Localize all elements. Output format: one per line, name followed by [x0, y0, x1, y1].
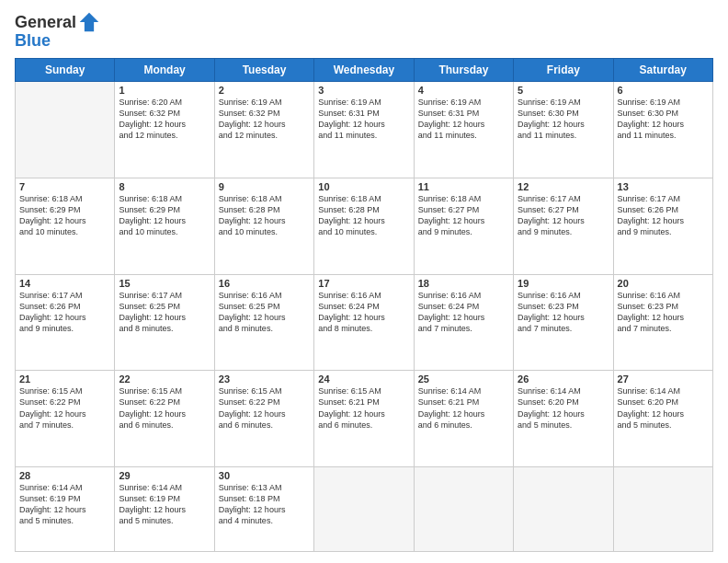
day-number: 12	[518, 181, 609, 192]
calendar-cell: 25Sunrise: 6:14 AM Sunset: 6:21 PM Dayli…	[414, 371, 513, 467]
day-number: 26	[518, 373, 609, 385]
day-number: 4	[418, 85, 509, 96]
calendar-cell: 20Sunrise: 6:16 AM Sunset: 6:23 PM Dayli…	[613, 274, 712, 371]
logo-icon	[78, 11, 100, 33]
day-number: 17	[318, 278, 409, 289]
calendar-cell: 12Sunrise: 6:17 AM Sunset: 6:27 PM Dayli…	[514, 178, 613, 274]
calendar-cell	[314, 467, 414, 552]
day-info: Sunrise: 6:14 AM Sunset: 6:20 PM Dayligh…	[518, 385, 609, 431]
calendar-cell: 9Sunrise: 6:18 AM Sunset: 6:28 PM Daylig…	[214, 178, 313, 274]
day-number: 24	[318, 373, 409, 385]
day-info: Sunrise: 6:19 AM Sunset: 6:30 PM Dayligh…	[618, 97, 709, 142]
calendar-cell: 28Sunrise: 6:14 AM Sunset: 6:19 PM Dayli…	[16, 467, 115, 552]
day-info: Sunrise: 6:14 AM Sunset: 6:21 PM Dayligh…	[418, 385, 509, 431]
week-row-4: 21Sunrise: 6:15 AM Sunset: 6:22 PM Dayli…	[16, 371, 713, 467]
day-number: 15	[119, 278, 210, 289]
week-row-1: 1Sunrise: 6:20 AM Sunset: 6:32 PM Daylig…	[16, 82, 713, 178]
calendar-cell: 7Sunrise: 6:18 AM Sunset: 6:29 PM Daylig…	[16, 178, 115, 274]
day-number: 23	[219, 373, 310, 385]
day-number: 16	[219, 278, 310, 289]
week-row-2: 7Sunrise: 6:18 AM Sunset: 6:29 PM Daylig…	[16, 178, 713, 274]
day-number: 1	[119, 85, 210, 96]
day-number: 29	[119, 470, 210, 481]
svg-marker-0	[80, 13, 99, 32]
day-info: Sunrise: 6:19 AM Sunset: 6:30 PM Dayligh…	[518, 97, 609, 142]
logo: General Blue	[15, 11, 100, 51]
day-number: 25	[418, 373, 509, 385]
day-info: Sunrise: 6:17 AM Sunset: 6:26 PM Dayligh…	[19, 290, 110, 335]
day-number: 21	[19, 373, 110, 385]
calendar-cell	[514, 467, 613, 552]
day-number: 18	[418, 278, 509, 289]
day-info: Sunrise: 6:15 AM Sunset: 6:22 PM Dayligh…	[119, 385, 210, 431]
weekday-header-sunday: Sunday	[16, 59, 115, 82]
day-info: Sunrise: 6:19 AM Sunset: 6:32 PM Dayligh…	[219, 97, 310, 142]
calendar-cell: 1Sunrise: 6:20 AM Sunset: 6:32 PM Daylig…	[115, 82, 214, 178]
weekday-header-thursday: Thursday	[414, 59, 513, 82]
day-info: Sunrise: 6:18 AM Sunset: 6:29 PM Dayligh…	[119, 193, 210, 238]
day-number: 22	[119, 373, 210, 385]
day-number: 13	[618, 181, 709, 192]
weekday-header-wednesday: Wednesday	[314, 59, 414, 82]
day-info: Sunrise: 6:20 AM Sunset: 6:32 PM Dayligh…	[119, 97, 210, 142]
day-info: Sunrise: 6:16 AM Sunset: 6:25 PM Dayligh…	[219, 290, 310, 335]
day-number: 8	[119, 181, 210, 192]
calendar-cell: 4Sunrise: 6:19 AM Sunset: 6:31 PM Daylig…	[414, 82, 513, 178]
day-info: Sunrise: 6:14 AM Sunset: 6:19 PM Dayligh…	[19, 482, 110, 527]
calendar-cell: 18Sunrise: 6:16 AM Sunset: 6:24 PM Dayli…	[414, 274, 513, 371]
calendar-cell	[414, 467, 513, 552]
page: General Blue SundayMondayTuesdayWednesda…	[0, 0, 728, 563]
calendar-cell: 11Sunrise: 6:18 AM Sunset: 6:27 PM Dayli…	[414, 178, 513, 274]
day-number: 28	[19, 470, 110, 481]
day-number: 20	[618, 278, 709, 289]
calendar-cell: 5Sunrise: 6:19 AM Sunset: 6:30 PM Daylig…	[514, 82, 613, 178]
day-info: Sunrise: 6:18 AM Sunset: 6:29 PM Dayligh…	[19, 193, 110, 238]
day-info: Sunrise: 6:18 AM Sunset: 6:28 PM Dayligh…	[219, 193, 310, 238]
calendar-cell	[16, 82, 115, 178]
calendar-cell: 13Sunrise: 6:17 AM Sunset: 6:26 PM Dayli…	[613, 178, 712, 274]
day-info: Sunrise: 6:16 AM Sunset: 6:24 PM Dayligh…	[318, 290, 409, 335]
day-number: 10	[318, 181, 409, 192]
week-row-3: 14Sunrise: 6:17 AM Sunset: 6:26 PM Dayli…	[16, 274, 713, 371]
calendar-cell: 16Sunrise: 6:16 AM Sunset: 6:25 PM Dayli…	[214, 274, 313, 371]
weekday-header-friday: Friday	[514, 59, 613, 82]
day-number: 14	[19, 278, 110, 289]
calendar-cell: 15Sunrise: 6:17 AM Sunset: 6:25 PM Dayli…	[115, 274, 214, 371]
calendar-cell: 14Sunrise: 6:17 AM Sunset: 6:26 PM Dayli…	[16, 274, 115, 371]
week-row-5: 28Sunrise: 6:14 AM Sunset: 6:19 PM Dayli…	[16, 467, 713, 552]
day-info: Sunrise: 6:14 AM Sunset: 6:20 PM Dayligh…	[618, 385, 709, 431]
day-info: Sunrise: 6:18 AM Sunset: 6:27 PM Dayligh…	[418, 193, 509, 238]
day-info: Sunrise: 6:15 AM Sunset: 6:22 PM Dayligh…	[19, 385, 110, 431]
day-info: Sunrise: 6:16 AM Sunset: 6:23 PM Dayligh…	[518, 290, 609, 335]
day-number: 7	[19, 181, 110, 192]
calendar-cell: 21Sunrise: 6:15 AM Sunset: 6:22 PM Dayli…	[16, 371, 115, 467]
day-number: 27	[618, 373, 709, 385]
day-info: Sunrise: 6:19 AM Sunset: 6:31 PM Dayligh…	[318, 97, 409, 142]
day-info: Sunrise: 6:17 AM Sunset: 6:27 PM Dayligh…	[518, 193, 609, 238]
day-number: 30	[219, 470, 310, 481]
calendar-cell: 6Sunrise: 6:19 AM Sunset: 6:30 PM Daylig…	[613, 82, 712, 178]
calendar-cell: 3Sunrise: 6:19 AM Sunset: 6:31 PM Daylig…	[314, 82, 414, 178]
day-info: Sunrise: 6:14 AM Sunset: 6:19 PM Dayligh…	[119, 482, 210, 527]
logo-general: General	[15, 13, 76, 32]
day-info: Sunrise: 6:16 AM Sunset: 6:24 PM Dayligh…	[418, 290, 509, 335]
calendar-cell	[613, 467, 712, 552]
calendar-cell: 10Sunrise: 6:18 AM Sunset: 6:28 PM Dayli…	[314, 178, 414, 274]
day-number: 19	[518, 278, 609, 289]
day-info: Sunrise: 6:13 AM Sunset: 6:18 PM Dayligh…	[219, 482, 310, 527]
weekday-header-monday: Monday	[115, 59, 214, 82]
day-number: 5	[518, 85, 609, 96]
calendar-table: SundayMondayTuesdayWednesdayThursdayFrid…	[15, 58, 713, 552]
calendar-cell: 26Sunrise: 6:14 AM Sunset: 6:20 PM Dayli…	[514, 371, 613, 467]
weekday-header-row: SundayMondayTuesdayWednesdayThursdayFrid…	[16, 59, 713, 82]
day-info: Sunrise: 6:15 AM Sunset: 6:22 PM Dayligh…	[219, 385, 310, 431]
weekday-header-saturday: Saturday	[613, 59, 712, 82]
header: General Blue	[15, 11, 713, 51]
calendar-cell: 30Sunrise: 6:13 AM Sunset: 6:18 PM Dayli…	[214, 467, 313, 552]
calendar-cell: 23Sunrise: 6:15 AM Sunset: 6:22 PM Dayli…	[214, 371, 313, 467]
calendar-cell: 2Sunrise: 6:19 AM Sunset: 6:32 PM Daylig…	[214, 82, 313, 178]
day-info: Sunrise: 6:17 AM Sunset: 6:25 PM Dayligh…	[119, 290, 210, 335]
calendar-cell: 29Sunrise: 6:14 AM Sunset: 6:19 PM Dayli…	[115, 467, 214, 552]
calendar-cell: 27Sunrise: 6:14 AM Sunset: 6:20 PM Dayli…	[613, 371, 712, 467]
calendar-cell: 8Sunrise: 6:18 AM Sunset: 6:29 PM Daylig…	[115, 178, 214, 274]
